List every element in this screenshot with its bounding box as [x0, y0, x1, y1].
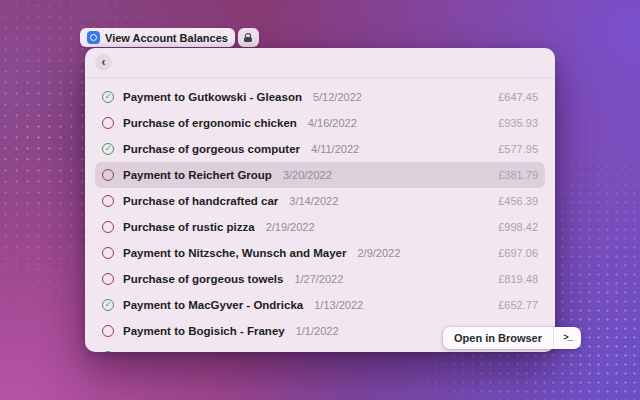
transaction-row[interactable]: ✓ Payment to MacGyver - Ondricka 1/13/20… [95, 292, 545, 318]
open-circle-icon [102, 325, 114, 337]
shortcut-app-icon [87, 31, 100, 44]
transaction-date: 1/13/2022 [314, 299, 363, 311]
transaction-row[interactable]: ✓ Payment to Gutkowski - Gleason 5/12/20… [95, 84, 545, 110]
open-circle-icon [102, 247, 114, 259]
transaction-amount: £652.77 [498, 299, 538, 311]
terminal-icon[interactable]: >_ [554, 327, 581, 349]
transaction-amount: £935.93 [498, 117, 538, 129]
transaction-row[interactable]: Payment to Reichert Group 3/20/2022 £381… [95, 162, 545, 188]
transaction-amount: £310.89 [498, 351, 538, 352]
check-circle-icon: ✓ [102, 299, 114, 311]
transaction-date: 12/9/2021 [283, 351, 332, 352]
transaction-name: Purchase of ergonomic chicken [123, 117, 297, 129]
transaction-amount: £647.45 [498, 91, 538, 103]
transaction-row[interactable]: Payment to Nitzsche, Wunsch and Mayer 2/… [95, 240, 545, 266]
lock-badge[interactable] [238, 28, 259, 47]
transaction-row[interactable]: ✓ Purchase of gorgeous computer 4/11/202… [95, 136, 545, 162]
open-circle-icon [102, 195, 114, 207]
transaction-name: Payment to Bogisich - Franey [123, 325, 285, 337]
account-balances-panel: ‹ ✓ Payment to Gutkowski - Gleason 5/12/… [85, 48, 555, 352]
transaction-name: Purchase of fantastic jeans [123, 351, 272, 352]
check-circle-icon: ✓ [102, 351, 114, 352]
transaction-name: Purchase of gorgeous towels [123, 273, 283, 285]
transaction-date: 1/27/2022 [294, 273, 343, 285]
shortcut-title-chip-row: View Account Balances [80, 28, 259, 47]
transaction-amount: £819.48 [498, 273, 538, 285]
transaction-amount: £998.42 [498, 221, 538, 233]
transaction-date: 3/20/2022 [283, 169, 332, 181]
transaction-date: 3/14/2022 [289, 195, 338, 207]
check-circle-icon: ✓ [102, 91, 114, 103]
open-circle-icon [102, 221, 114, 233]
transaction-row[interactable]: Purchase of rustic pizza 2/19/2022 £998.… [95, 214, 545, 240]
transaction-amount: £456.39 [498, 195, 538, 207]
transaction-name: Payment to MacGyver - Ondricka [123, 299, 303, 311]
transaction-date: 1/1/2022 [296, 325, 339, 337]
transaction-amount: £697.06 [498, 247, 538, 259]
transaction-date: 4/16/2022 [308, 117, 357, 129]
transaction-name: Purchase of gorgeous computer [123, 143, 300, 155]
transaction-row[interactable]: Purchase of gorgeous towels 1/27/2022 £8… [95, 266, 545, 292]
open-circle-icon [102, 169, 114, 181]
transaction-amount: £381.79 [498, 169, 538, 181]
transaction-name: Purchase of handcrafted car [123, 195, 278, 207]
panel-header: ‹ [85, 48, 555, 78]
transaction-name: Payment to Reichert Group [123, 169, 272, 181]
transaction-date: 2/19/2022 [266, 221, 315, 233]
transaction-amount: £577.95 [498, 143, 538, 155]
shortcut-title-chip[interactable]: View Account Balances [80, 28, 235, 47]
transactions-list: ✓ Payment to Gutkowski - Gleason 5/12/20… [85, 78, 555, 352]
transaction-name: Payment to Gutkowski - Gleason [123, 91, 302, 103]
transaction-date: 5/12/2022 [313, 91, 362, 103]
open-circle-icon [102, 117, 114, 129]
transaction-name: Purchase of rustic pizza [123, 221, 255, 233]
back-button[interactable]: ‹ [95, 54, 112, 71]
open-in-browser-label: Open in Browser [443, 327, 553, 349]
transaction-name: Payment to Nitzsche, Wunsch and Mayer [123, 247, 346, 259]
transaction-date: 2/9/2022 [357, 247, 400, 259]
transaction-row[interactable]: Purchase of handcrafted car 3/14/2022 £4… [95, 188, 545, 214]
shortcut-title-label: View Account Balances [105, 32, 228, 44]
open-circle-icon [102, 273, 114, 285]
check-circle-icon: ✓ [102, 143, 114, 155]
transaction-row[interactable]: Purchase of ergonomic chicken 4/16/2022 … [95, 110, 545, 136]
open-in-browser-button[interactable]: Open in Browser >_ [443, 327, 581, 349]
transaction-date: 4/11/2022 [311, 143, 359, 155]
